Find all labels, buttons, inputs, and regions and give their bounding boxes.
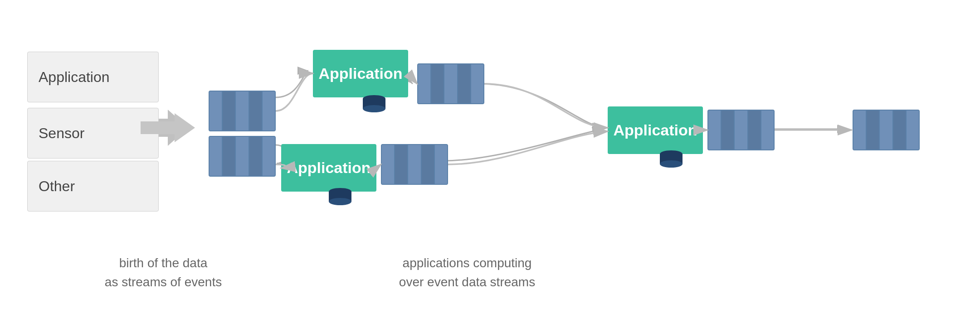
partition-cell bbox=[236, 91, 249, 130]
db-2 bbox=[329, 188, 351, 206]
source-sensor: Sensor bbox=[27, 108, 159, 159]
partition-cell bbox=[236, 137, 249, 176]
partition-cell bbox=[431, 64, 444, 103]
partition-cell bbox=[748, 111, 761, 149]
partition-cell bbox=[210, 91, 223, 130]
line-p4-app3 bbox=[444, 129, 603, 161]
db-1 bbox=[363, 95, 385, 113]
partition-cell bbox=[422, 145, 435, 184]
app-box-1: Application bbox=[313, 50, 408, 97]
partition-cell bbox=[210, 137, 223, 176]
partition-cell bbox=[408, 145, 421, 184]
partition-cell bbox=[444, 64, 458, 103]
partition-2 bbox=[209, 136, 276, 177]
partition-cell bbox=[708, 111, 722, 149]
app-box-3-label: Application bbox=[613, 121, 697, 139]
caption-computing-text: applications computingover event data st… bbox=[399, 256, 535, 289]
partition-cell bbox=[867, 111, 880, 149]
partition-cell bbox=[382, 145, 395, 184]
svg-point-10 bbox=[660, 160, 683, 168]
partition-cell bbox=[893, 111, 907, 149]
source-other: Other bbox=[27, 161, 159, 212]
app-box-2-label: Application bbox=[287, 159, 371, 177]
partition-6 bbox=[853, 110, 920, 150]
line-p1-app1 bbox=[276, 71, 308, 97]
partition-cell bbox=[722, 111, 735, 149]
partition-1 bbox=[209, 91, 276, 131]
partition-cell bbox=[458, 64, 471, 103]
source-sensor-label: Sensor bbox=[39, 125, 84, 142]
partition-cell bbox=[880, 111, 893, 149]
partition-cell bbox=[735, 111, 748, 149]
source-other-label: Other bbox=[39, 178, 75, 195]
partition-cell bbox=[907, 111, 919, 149]
partition-cell bbox=[249, 137, 263, 176]
svg-point-4 bbox=[363, 105, 385, 112]
partition-3 bbox=[417, 63, 484, 104]
source-application: Application bbox=[27, 52, 159, 102]
partition-cell bbox=[395, 145, 408, 184]
partition-cell bbox=[223, 91, 236, 130]
svg-point-7 bbox=[329, 198, 351, 205]
partition-cell bbox=[761, 111, 774, 149]
app-box-2: Application bbox=[281, 144, 376, 192]
partition-cell bbox=[471, 64, 483, 103]
caption-birth: birth of the dataas streams of events bbox=[86, 254, 240, 292]
app-box-1-label: Application bbox=[318, 65, 402, 82]
app-box-3: Application bbox=[608, 106, 703, 154]
partition-cell bbox=[263, 137, 275, 176]
partition-cell bbox=[223, 137, 236, 176]
diagram-container: Application Sensor Other Application App… bbox=[0, 0, 980, 313]
partition-5 bbox=[707, 110, 775, 150]
partition-4 bbox=[381, 144, 448, 185]
db-3 bbox=[660, 150, 683, 169]
partition-cell bbox=[263, 91, 275, 130]
caption-birth-text: birth of the dataas streams of events bbox=[105, 256, 222, 289]
partition-cell bbox=[435, 145, 447, 184]
partition-cell bbox=[853, 111, 867, 149]
partition-cell bbox=[249, 91, 263, 130]
partition-cell bbox=[418, 64, 431, 103]
caption-computing: applications computingover event data st… bbox=[372, 254, 562, 292]
source-application-label: Application bbox=[39, 69, 110, 86]
line-p3-app3 bbox=[480, 84, 603, 127]
